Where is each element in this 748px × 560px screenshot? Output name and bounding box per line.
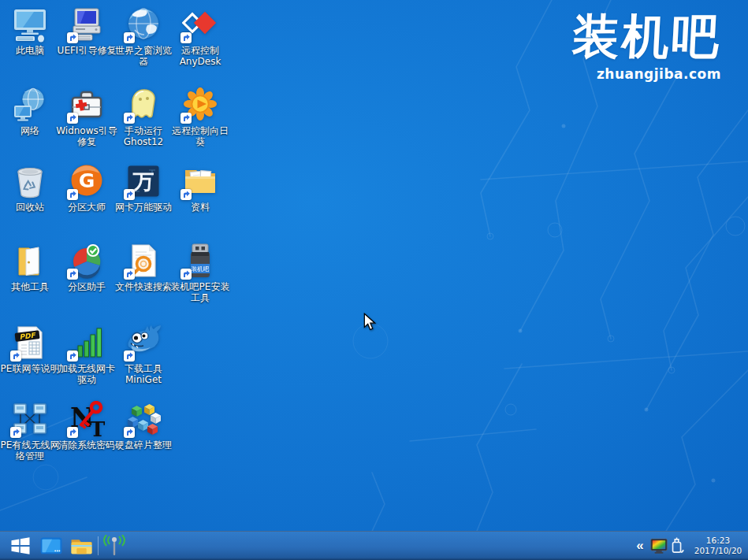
start-button[interactable] <box>8 532 33 560</box>
miniget-downloader-icon <box>125 325 162 361</box>
desktop-icon-label: 清除系统密码 <box>56 439 117 451</box>
shortcut-arrow-icon <box>67 350 78 362</box>
taskbar-separator <box>98 536 99 555</box>
desktop-icon-label: UEFI引导修复 <box>56 45 117 56</box>
taskbar-pe-display-button[interactable] <box>39 532 64 560</box>
svg-text:G: G <box>79 169 95 192</box>
brand-logo-domain: zhuangjiba.com <box>572 66 721 82</box>
desktop-icon-nic-universal-driver[interactable]: 万网卡万能驱动 <box>115 163 172 213</box>
folder-icon <box>70 536 93 557</box>
uefi-boot-repair-icon <box>69 6 105 43</box>
desktop-icon-recycle-bin[interactable]: 回收站 <box>2 163 58 213</box>
this-pc-icon <box>12 6 48 43</box>
desktop-icon-network[interactable]: 网络 <box>2 87 58 136</box>
nic-universal-driver-icon: 万 <box>125 163 162 199</box>
desktop-icon-wireless-nic-driver[interactable]: 加载无线网卡驱动 <box>58 325 115 385</box>
desktop-icon-label: 回收站 <box>0 202 61 213</box>
desktop-icon-label: 硬盘碎片整理 <box>113 439 174 451</box>
desktop-icon-zhuangjiba-pe-installer[interactable]: 装机吧装机吧PE安装工具 <box>172 243 229 303</box>
desktop-icon-label: 分区助手 <box>56 281 117 292</box>
desktop-icon-label: Widnows引导修复 <box>56 125 117 147</box>
desktop-icon-label: 下载工具MiniGet <box>113 363 174 385</box>
desktop-icon-label: 此电脑 <box>0 45 61 56</box>
desktop-icon-label: 远程控制向日葵 <box>169 125 231 147</box>
shortcut-arrow-icon <box>124 269 135 280</box>
desktop-icon-label: 加载无线网卡驱动 <box>56 363 117 385</box>
tray-usb-eject-button[interactable] <box>669 532 685 560</box>
desktop-icon-pe-network-manager[interactable]: PE有线无线网络管理 <box>2 401 58 462</box>
other-tools-icon <box>12 243 48 279</box>
shortcut-arrow-icon <box>67 32 78 43</box>
shortcut-arrow-icon <box>180 269 192 280</box>
desktop-icon-label: 分区大师 <box>56 202 117 213</box>
disk-defrag-icon <box>125 401 162 437</box>
desktop-icon-label: 世界之窗浏览器 <box>113 45 174 67</box>
shortcut-arrow-icon <box>10 427 21 438</box>
desktop-icon-file-quick-search[interactable]: 文件快速搜索 <box>115 243 172 292</box>
pe-network-manager-icon <box>12 401 48 437</box>
svg-text:T: T <box>90 417 105 437</box>
desktop-icon-label: 资料 <box>169 202 231 213</box>
mouse-cursor <box>363 313 376 334</box>
desktop-icon-label: 手动运行Ghost12 <box>113 125 174 147</box>
display-settings-icon <box>649 537 668 555</box>
desktop-icon-anydesk-remote[interactable]: 远程控制AnyDesk <box>172 6 229 67</box>
usb-drive-icon <box>669 536 685 555</box>
theworld-browser-icon <box>125 6 162 43</box>
taskbar-clock[interactable]: 16:23 2017/10/20 <box>693 532 743 560</box>
shortcut-arrow-icon <box>67 113 78 124</box>
desktop-icon-partition-assistant[interactable]: 分区助手 <box>58 243 115 292</box>
diskgenius-icon: G <box>69 163 105 199</box>
shortcut-arrow-icon <box>124 427 135 438</box>
desktop-icon-label: 网络 <box>0 125 61 136</box>
desktop-icon-label: 网卡万能驱动 <box>113 202 174 213</box>
desktop-icon-ghost12[interactable]: 手动运行Ghost12 <box>115 87 172 147</box>
desktop-icon-uefi-boot-repair[interactable]: UEFI引导修复 <box>58 6 115 56</box>
clear-system-password-icon: NT <box>69 401 105 437</box>
desktop-icon-theworld-browser[interactable]: 世界之窗浏览器 <box>115 6 172 67</box>
svg-text:装机吧: 装机吧 <box>192 265 210 273</box>
desktop-icon-pe-network-readme[interactable]: PDFPE联网等说明 <box>2 325 58 374</box>
partition-assistant-icon <box>69 243 105 279</box>
desktop-icon-disk-defrag[interactable]: 硬盘碎片整理 <box>115 401 172 451</box>
shortcut-arrow-icon <box>67 427 78 438</box>
shortcut-arrow-icon <box>180 189 192 200</box>
sunflower-remote-icon <box>182 87 218 123</box>
desktop-icon-other-tools[interactable]: 其他工具 <box>2 243 58 292</box>
antenna-signal-icon <box>102 535 126 557</box>
taskbar: « <box>0 531 748 560</box>
tray-display-settings-button[interactable] <box>649 532 669 560</box>
desktop-icon-label: 装机吧PE安装工具 <box>169 281 231 303</box>
desktop-icon-clear-system-password[interactable]: NT清除系统密码 <box>58 401 115 451</box>
shortcut-arrow-icon <box>124 189 135 200</box>
desktop-icon-this-pc[interactable]: 此电脑 <box>2 6 58 56</box>
shortcut-arrow-icon <box>124 32 135 43</box>
desktop-icon-sunflower-remote[interactable]: 远程控制向日葵 <box>172 87 229 147</box>
desktop-icon-documents[interactable]: 资料 <box>172 163 229 213</box>
desktop: 装机吧 zhuangjiba.com 此电脑UEFI引导修复世界之窗浏览器远程控… <box>0 0 748 560</box>
desktop-icon-diskgenius[interactable]: G分区大师 <box>58 163 115 213</box>
blue-display-icon <box>39 536 63 557</box>
desktop-icon-label: 远程控制AnyDesk <box>169 45 231 67</box>
shortcut-arrow-icon <box>180 32 192 43</box>
network-icon <box>12 87 48 123</box>
desktop-icon-label: 文件快速搜索 <box>113 281 174 292</box>
clock-date: 2017/10/20 <box>694 546 742 556</box>
windows-logo-icon <box>10 536 31 556</box>
windows-boot-repair-icon <box>69 87 105 123</box>
desktop-icon-miniget-downloader[interactable]: 下载工具MiniGet <box>115 325 172 385</box>
desktop-icon-label: PE联网等说明 <box>0 363 61 374</box>
documents-icon <box>182 163 218 199</box>
zhuangjiba-pe-installer-icon: 装机吧 <box>182 243 218 279</box>
desktop-icon-windows-boot-repair[interactable]: Widnows引导修复 <box>58 87 115 147</box>
taskbar-network-antenna-button[interactable] <box>102 532 127 560</box>
taskbar-file-explorer-button[interactable] <box>69 532 94 560</box>
file-quick-search-icon <box>125 243 162 279</box>
shortcut-arrow-icon <box>67 189 78 200</box>
tray-expand-chevron[interactable]: « <box>633 532 647 560</box>
anydesk-remote-icon <box>182 6 218 43</box>
desktop-icon-label: 其他工具 <box>0 281 61 292</box>
pe-network-readme-icon: PDF <box>12 325 48 361</box>
wireless-nic-driver-icon <box>69 325 105 361</box>
clock-time: 16:23 <box>706 536 730 546</box>
